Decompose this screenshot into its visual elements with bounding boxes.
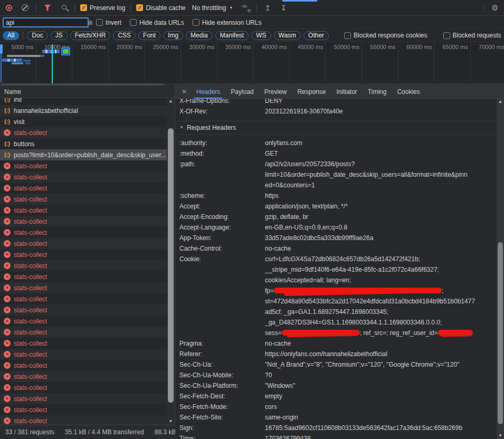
filter-checkbox-blocked-requests[interactable]: Blocked requests: [443, 32, 501, 39]
request-row[interactable]: ✕stats-collect: [0, 282, 167, 293]
header-value: 33d57ade8c02dbc5a333db99ff9ae26a: [265, 233, 496, 243]
filter-input[interactable]: [6, 19, 88, 26]
request-row[interactable]: ✕stats-collect: [0, 349, 167, 360]
import-har-button[interactable]: ↧: [278, 2, 289, 14]
type-filter-media[interactable]: Media: [186, 31, 213, 40]
type-filter-css[interactable]: CSS: [113, 31, 136, 40]
filter-input-box[interactable]: ⊗: [3, 17, 89, 27]
scroll-up-icon[interactable]: ▲: [167, 98, 175, 104]
tab-strip: HeadersPayloadPreviewResponseInitiatorTi…: [191, 85, 425, 99]
json-request-icon: {:}: [4, 108, 11, 113]
checkbox-checked-icon: ✓: [136, 4, 143, 11]
filter-checkbox-hide-extension-urls[interactable]: Hide extension URLs: [193, 19, 262, 26]
request-row[interactable]: ✕stats-collect: [0, 338, 167, 349]
overview-tick: 50000 ms: [326, 42, 362, 82]
tab-cookies[interactable]: Cookies: [392, 85, 425, 99]
type-filter-manifest[interactable]: Manifest: [215, 31, 249, 40]
request-row[interactable]: ✕stats-collect: [0, 271, 167, 282]
type-filter-ws[interactable]: WS: [251, 31, 271, 40]
request-name: stats-collect: [14, 129, 47, 137]
record-button[interactable]: [3, 2, 15, 14]
network-overview[interactable]: 5000 ms10000 ms15000 ms20000 ms25000 ms3…: [0, 42, 504, 85]
header-row: Sec-Ch-Ua-Mobile:?0: [175, 370, 496, 380]
type-filter-doc[interactable]: Doc: [27, 31, 47, 40]
overview-tick: 25000 ms: [145, 42, 181, 82]
tab-timing[interactable]: Timing: [363, 85, 392, 99]
request-row[interactable]: ✕stats-collect: [0, 171, 167, 183]
overview-left-grip[interactable]: [0, 44, 3, 54]
close-icon[interactable]: ✕: [178, 88, 190, 96]
header-name: Accept-Encoding:: [175, 212, 265, 222]
type-filter-img[interactable]: Img: [163, 31, 183, 40]
overview-bar: [40, 55, 44, 57]
filter-checkbox-hide-data-urls[interactable]: Hide data URLs: [130, 19, 184, 26]
filter-checkbox-blocked-response-cookies[interactable]: Blocked response cookies: [344, 32, 427, 39]
request-row[interactable]: ✕stats-collect: [0, 415, 167, 425]
request-row[interactable]: ✕stats-collect: [0, 216, 167, 227]
scroll-down-icon[interactable]: ▼: [497, 433, 504, 439]
request-row[interactable]: ✕stats-collect: [0, 360, 167, 371]
scroll-up-icon[interactable]: ▲: [497, 99, 504, 105]
request-row[interactable]: ✕stats-collect: [0, 293, 167, 304]
request-row[interactable]: {:}buttons: [0, 138, 167, 149]
type-filter-wasm[interactable]: Wasm: [274, 31, 301, 40]
clear-filter-icon[interactable]: ⊗: [88, 20, 93, 26]
type-filter-font[interactable]: Font: [138, 31, 160, 40]
request-row[interactable]: ✕stats-collect: [0, 371, 167, 382]
request-row[interactable]: ✕stats-collect: [0, 238, 167, 249]
export-har-button[interactable]: ↥: [262, 2, 273, 14]
request-row[interactable]: ✕stats-collect: [0, 160, 167, 171]
request-row[interactable]: {:}posts?limit=10&order=publish_date_des…: [0, 149, 167, 160]
detail-scrollbar[interactable]: ▲ ▼: [497, 99, 504, 439]
request-name: stats-collect: [14, 373, 47, 380]
request-row[interactable]: ✕stats-collect: [0, 382, 167, 393]
search-button[interactable]: [58, 2, 69, 14]
error-icon: ✕: [4, 163, 11, 169]
scrollbar-thumb[interactable]: [498, 242, 503, 424]
tab-initiator[interactable]: Initiator: [331, 85, 362, 99]
header-name: Cookie:: [175, 254, 265, 338]
request-headers-section[interactable]: ▼Request Headers: [175, 121, 496, 135]
type-filter-fetch-xhr[interactable]: Fetch/XHR: [70, 31, 111, 40]
request-row[interactable]: {:}init: [0, 98, 167, 105]
network-conditions-button[interactable]: ⚙: [239, 2, 251, 14]
search-icon: [62, 5, 66, 9]
disable-cache-checkbox[interactable]: ✓ Disable cache: [136, 4, 185, 12]
request-row[interactable]: ✕stats-collect: [0, 327, 167, 338]
type-filter-all[interactable]: All: [3, 31, 19, 40]
clear-button[interactable]: [19, 2, 31, 14]
request-row[interactable]: ✕stats-collect: [0, 183, 167, 194]
request-row[interactable]: {:}visit: [0, 116, 167, 127]
header-row: Pragma:no-cache: [175, 338, 496, 349]
request-row[interactable]: ✕stats-collect: [0, 127, 167, 138]
request-row[interactable]: ✕stats-collect: [0, 205, 167, 216]
request-row[interactable]: ✕stats-collect: [0, 393, 167, 404]
filter-checkbox-invert[interactable]: Invert: [96, 19, 121, 26]
type-filter-js[interactable]: JS: [51, 31, 68, 40]
tab-preview[interactable]: Preview: [259, 85, 292, 99]
toolbar-separator: [130, 4, 131, 12]
name-column-header[interactable]: Name: [0, 85, 175, 98]
request-row[interactable]: ✕stats-collect: [0, 249, 167, 260]
request-row[interactable]: ✕stats-collect: [0, 304, 167, 316]
tab-payload[interactable]: Payload: [225, 85, 259, 99]
scrollbar-thumb[interactable]: [168, 128, 174, 403]
request-row[interactable]: ✕stats-collect: [0, 194, 167, 205]
throttling-select[interactable]: No throttling ▼: [190, 4, 235, 12]
request-row[interactable]: ✕stats-collect: [0, 227, 167, 238]
request-name: buttons: [14, 140, 34, 148]
tab-headers[interactable]: Headers: [191, 85, 225, 99]
type-filter-other[interactable]: Other: [303, 31, 329, 40]
scroll-down-icon[interactable]: ▼: [167, 418, 175, 425]
request-row[interactable]: ✕stats-collect: [0, 316, 167, 327]
settings-button[interactable]: ⚙: [489, 2, 501, 14]
request-row[interactable]: {:}hannahelizabethofficial: [0, 105, 167, 116]
tab-response[interactable]: Response: [292, 85, 331, 99]
preserve-log-checkbox[interactable]: ✓ Preserve log: [80, 4, 125, 12]
checkbox-checked-icon: ✓: [80, 4, 87, 11]
filter-toggle-button[interactable]: [42, 2, 53, 14]
request-row[interactable]: ✕stats-collect: [0, 404, 167, 415]
error-icon: ✕: [4, 240, 11, 247]
request-row[interactable]: ✕stats-collect: [0, 260, 167, 271]
request-list-scrollbar[interactable]: ▲ ▼: [167, 98, 175, 425]
